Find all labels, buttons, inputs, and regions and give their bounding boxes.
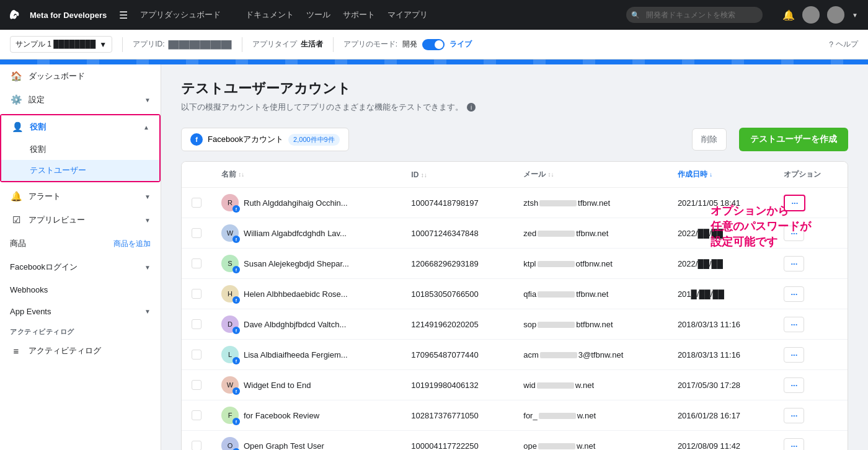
menu-icon[interactable]: ☰ bbox=[119, 9, 128, 21]
app-selector[interactable]: サンプル 1 ████████ ▼ bbox=[10, 36, 112, 53]
options-button[interactable]: ··· bbox=[784, 438, 804, 451]
th-checkbox bbox=[182, 162, 211, 188]
user-avatar: F f bbox=[221, 407, 239, 424]
meta-logo-icon bbox=[10, 7, 25, 22]
sidebar-products-label: 商品 bbox=[10, 238, 107, 249]
options-button[interactable]: ··· bbox=[784, 195, 805, 211]
sidebar-fb-login-label: Facebookログイン bbox=[10, 262, 138, 273]
sidebar-item-app-events[interactable]: App Events ▼ bbox=[0, 301, 161, 322]
user-created-value: 201█/██/██ bbox=[678, 289, 724, 299]
options-button[interactable]: ··· bbox=[784, 286, 804, 302]
user-created-value: 2016/01/28 16:17 bbox=[678, 411, 740, 420]
account-dropdown-icon[interactable]: ▼ bbox=[852, 12, 858, 19]
user-id-value: 102817376771050 bbox=[411, 411, 478, 420]
bell-icon[interactable]: 🔔 bbox=[782, 9, 795, 21]
search-input[interactable] bbox=[626, 7, 763, 23]
row-checkbox[interactable] bbox=[192, 258, 202, 268]
app-selector-label: サンプル 1 ████████ bbox=[16, 39, 95, 50]
row-checkbox[interactable] bbox=[192, 289, 202, 299]
user-name: Widget End to End bbox=[244, 381, 311, 390]
td-email: acm3@tfbnw.net bbox=[513, 340, 668, 370]
options-button[interactable]: ··· bbox=[784, 317, 804, 332]
sidebar-item-dashboard[interactable]: 🏠 ダッシュボード bbox=[0, 64, 161, 88]
sidebar-item-products[interactable]: 商品 商品を追加 bbox=[0, 232, 161, 255]
th-id[interactable]: ID ↕↓ bbox=[401, 162, 513, 188]
app-mode-section: アプリのモード: 開発 ライブ bbox=[343, 39, 472, 50]
options-button[interactable]: ··· bbox=[784, 256, 804, 271]
sidebar-item-fb-login[interactable]: Facebookログイン ▼ bbox=[0, 255, 161, 279]
user-created-value: 2022/██/██ bbox=[678, 229, 723, 238]
td-checkbox bbox=[182, 431, 211, 451]
options-button[interactable]: ··· bbox=[784, 377, 804, 393]
create-test-user-button[interactable]: テストユーザーを作成 bbox=[739, 128, 848, 151]
table-row: D f Dave Albdghbjfbdcd Valtch... 1214919… bbox=[182, 309, 848, 340]
nav-link-myapps[interactable]: マイアプリ bbox=[388, 9, 428, 20]
user-avatar: H f bbox=[221, 285, 239, 302]
top-nav: Meta for Developers ☰ アプリダッシュボード ドキュメント … bbox=[0, 0, 868, 30]
td-name: W f William Algabdfcdghdh Lav... bbox=[211, 218, 401, 249]
row-checkbox[interactable] bbox=[192, 380, 202, 390]
data-table: 名前 ↕↓ ID ↕↓ メール ↕↓ 作成日時 ↓ オプション R f bbox=[181, 161, 848, 450]
td-name: R f Ruth Algddahgihaig Occhin... bbox=[211, 188, 401, 218]
options-button[interactable]: ··· bbox=[784, 408, 804, 423]
roles-icon: 👤 bbox=[11, 121, 24, 133]
sidebar-item-webhooks[interactable]: Webhooks bbox=[0, 279, 161, 301]
sidebar-item-roles[interactable]: 👤 役割 ▲ bbox=[1, 115, 159, 139]
user-avatar: O f bbox=[221, 437, 239, 450]
td-options: ··· bbox=[774, 370, 848, 400]
sidebar-item-app-review[interactable]: ☑ アプリレビュー ▼ bbox=[0, 208, 161, 232]
td-name: S f Susan Alejekegbdjd Shepar... bbox=[211, 249, 401, 279]
row-checkbox[interactable] bbox=[192, 410, 202, 420]
sort-icon-email: ↕↓ bbox=[548, 171, 554, 178]
row-checkbox[interactable] bbox=[192, 228, 202, 238]
info-icon[interactable]: i bbox=[467, 103, 476, 112]
fb-badge-icon: f bbox=[232, 418, 240, 425]
row-checkbox[interactable] bbox=[192, 350, 202, 360]
nav-link-tools[interactable]: ツール bbox=[306, 9, 330, 20]
options-button[interactable]: ··· bbox=[784, 347, 804, 363]
td-name: D f Dave Albdghbjfbdcd Valtch... bbox=[211, 309, 401, 340]
mode-toggle[interactable] bbox=[422, 39, 445, 50]
row-checkbox[interactable] bbox=[192, 319, 202, 329]
bell-sidebar-icon: 🔔 bbox=[10, 191, 22, 202]
th-name[interactable]: 名前 ↕↓ bbox=[211, 162, 401, 188]
sidebar-item-alerts[interactable]: 🔔 アラート ▼ bbox=[0, 185, 161, 208]
sidebar-item-settings[interactable]: ⚙️ 設定 ▼ bbox=[0, 88, 161, 112]
avatar2 bbox=[827, 6, 844, 24]
progress-bar bbox=[0, 60, 868, 64]
table-row: S f Susan Alejekegbdjd Shepar... 1206682… bbox=[182, 249, 848, 279]
settings-icon: ⚙️ bbox=[10, 94, 22, 105]
user-id-value: 170965487077440 bbox=[411, 350, 478, 360]
sidebar-sub-roles[interactable]: 役割 bbox=[1, 139, 159, 160]
fb-badge-icon: f bbox=[232, 387, 240, 395]
dashboard-label: アプリダッシュボード bbox=[140, 9, 221, 20]
row-checkbox[interactable] bbox=[192, 198, 202, 208]
sidebar-roles-label: 役割 bbox=[30, 121, 137, 133]
td-checkbox bbox=[182, 188, 211, 218]
nav-link-docs[interactable]: ドキュメント bbox=[246, 9, 294, 20]
user-email-value: ztshtfbnw.net bbox=[523, 198, 610, 208]
main-content: テストユーザーアカウント 以下の模擬アカウントを使用してアプリのさまざまな機能を… bbox=[161, 64, 868, 450]
products-add-link[interactable]: 商品を追加 bbox=[113, 239, 151, 249]
td-userid: 121491962020205 bbox=[401, 309, 513, 340]
td-checkbox bbox=[182, 218, 211, 249]
fb-account-button[interactable]: f Facebookアカウント 2,000件中9件 bbox=[181, 128, 349, 151]
td-userid: 101919980406132 bbox=[401, 370, 513, 400]
user-avatar: S f bbox=[221, 255, 239, 272]
sidebar: 🏠 ダッシュボード ⚙️ 設定 ▼ 👤 役割 ▲ 役割 テストユーザー 🔔 アラ… bbox=[0, 64, 161, 450]
th-created[interactable]: 作成日時 ↓ bbox=[668, 162, 774, 188]
sidebar-item-activity-log[interactable]: ≡ アクティビティログ bbox=[0, 339, 161, 363]
help-button[interactable]: ? ヘルプ bbox=[829, 39, 858, 50]
sidebar-sub-test-users[interactable]: テストユーザー bbox=[1, 160, 159, 181]
sidebar-sub-test-users-label: テストユーザー bbox=[30, 165, 86, 176]
row-checkbox[interactable] bbox=[192, 441, 202, 450]
nav-link-support[interactable]: サポート bbox=[343, 9, 375, 20]
th-email[interactable]: メール ↕↓ bbox=[513, 162, 668, 188]
users-table: 名前 ↕↓ ID ↕↓ メール ↕↓ 作成日時 ↓ オプション R f bbox=[182, 162, 848, 450]
td-options: ··· bbox=[774, 431, 848, 451]
td-name: W f Widget End to End bbox=[211, 370, 401, 400]
sub-nav-divider2 bbox=[242, 37, 242, 52]
options-button[interactable]: ··· bbox=[784, 226, 804, 241]
delete-button[interactable]: 削除 bbox=[692, 128, 727, 151]
td-checkbox bbox=[182, 370, 211, 400]
